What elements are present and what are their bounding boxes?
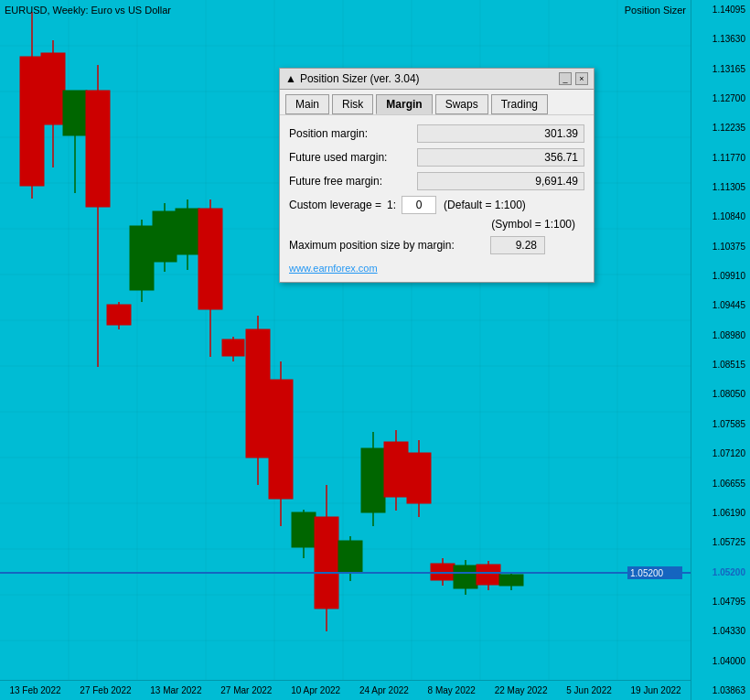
future-free-margin-value: 9,691.49 xyxy=(417,172,584,190)
position-sizer-dialog: ▲ Position Sizer (ver. 3.04) _ × Main Ri… xyxy=(279,68,595,283)
position-margin-label: Position margin: xyxy=(289,127,417,140)
price-label-5: 1.12235 xyxy=(693,123,748,133)
custom-leverage-label: Custom leverage = xyxy=(289,199,381,211)
future-used-margin-row: Future used margin: 356.71 xyxy=(289,148,584,167)
price-label-21: 1.04795 xyxy=(693,597,748,607)
price-label-9: 1.10375 xyxy=(693,242,748,252)
chart-title: EURUSD, Weekly: Euro vs US Dollar xyxy=(5,5,171,16)
minimize-button[interactable]: _ xyxy=(559,72,572,85)
svg-rect-32 xyxy=(107,305,131,325)
svg-rect-26 xyxy=(41,53,65,124)
svg-rect-50 xyxy=(315,517,338,608)
date-label-5: 10 Apr 2022 xyxy=(291,685,340,695)
dialog-controls: _ × xyxy=(559,72,588,85)
svg-rect-62 xyxy=(454,565,477,588)
svg-rect-48 xyxy=(292,512,316,547)
date-label-3: 13 Mar 2022 xyxy=(150,685,201,695)
custom-leverage-input[interactable] xyxy=(402,196,436,214)
price-label-15: 1.07585 xyxy=(693,419,748,429)
symbol-note-row: (Symbol = 1:100) xyxy=(289,218,584,231)
price-label-4: 1.12700 xyxy=(693,93,748,103)
price-label-12: 1.08980 xyxy=(693,330,748,340)
price-label-13: 1.08515 xyxy=(693,360,748,370)
svg-rect-56 xyxy=(384,442,408,497)
date-label-1: 13 Feb 2022 xyxy=(9,685,60,695)
price-label-1: 1.14095 xyxy=(693,5,748,15)
svg-rect-46 xyxy=(269,380,293,499)
svg-rect-34 xyxy=(130,226,154,290)
svg-rect-42 xyxy=(222,339,244,356)
price-label-22: 1.04330 xyxy=(693,626,748,636)
dialog-title: ▲ Position Sizer (ver. 3.04) xyxy=(285,72,420,85)
date-label-9: 5 Jun 2022 xyxy=(566,685,612,695)
svg-rect-24 xyxy=(20,57,44,186)
svg-rect-40 xyxy=(198,209,222,309)
close-button[interactable]: × xyxy=(575,72,588,85)
price-label-3: 1.13165 xyxy=(693,64,748,74)
triangle-icon: ▲ xyxy=(285,72,296,85)
date-label-6: 24 Apr 2022 xyxy=(359,685,409,695)
price-label-20: 1.05200 xyxy=(693,567,748,577)
max-position-row: Maximum position size by margin: 9.28 xyxy=(289,236,584,254)
tab-margin[interactable]: Margin xyxy=(376,94,432,114)
tab-trading[interactable]: Trading xyxy=(491,94,548,114)
leverage-symbol-note: (Symbol = 1:100) xyxy=(491,218,575,231)
price-label-6: 1.11770 xyxy=(693,153,748,163)
svg-rect-28 xyxy=(63,91,87,135)
price-label-14: 1.08050 xyxy=(693,389,748,399)
price-label-24: 1.03863 xyxy=(693,685,748,695)
price-label-8: 1.10840 xyxy=(693,211,748,221)
earnforex-link[interactable]: www.earnforex.com xyxy=(289,263,378,274)
max-position-label: Maximum position size by margin: xyxy=(289,239,490,252)
date-axis: 13 Feb 2022 27 Feb 2022 13 Mar 2022 27 M… xyxy=(0,680,691,700)
ps-corner-label: Position Sizer xyxy=(625,5,686,16)
svg-rect-44 xyxy=(246,329,270,458)
date-label-4: 27 Mar 2022 xyxy=(220,685,272,695)
date-label-10: 19 Jun 2022 xyxy=(631,685,681,695)
chart-area: 1.05200 EURUSD, Weekly: Euro vs US Dolla… xyxy=(0,0,750,700)
svg-rect-64 xyxy=(477,565,500,585)
price-label-18: 1.06190 xyxy=(693,508,748,518)
svg-text:1.05200: 1.05200 xyxy=(630,568,664,578)
tab-bar: Main Risk Margin Swaps Trading xyxy=(280,90,594,115)
price-label-17: 1.06655 xyxy=(693,479,748,489)
dialog-title-text: Position Sizer (ver. 3.04) xyxy=(300,72,420,85)
price-label-23: 1.04000 xyxy=(693,656,748,666)
dialog-titlebar: ▲ Position Sizer (ver. 3.04) _ × xyxy=(280,69,594,90)
date-label-8: 22 May 2022 xyxy=(495,685,548,695)
svg-rect-30 xyxy=(86,91,110,207)
leverage-default-note: (Default = 1:100) xyxy=(444,199,526,211)
price-label-11: 1.09445 xyxy=(693,300,748,310)
price-axis: 1.14095 1.13630 1.13165 1.12700 1.12235 … xyxy=(691,0,750,700)
price-label-19: 1.05725 xyxy=(693,537,748,547)
svg-rect-58 xyxy=(407,453,431,503)
earnforex-link-container: www.earnforex.com xyxy=(289,262,584,275)
svg-rect-38 xyxy=(176,209,199,254)
date-label-2: 27 Feb 2022 xyxy=(80,685,131,695)
position-margin-row: Position margin: 301.39 xyxy=(289,124,584,143)
svg-rect-54 xyxy=(361,448,385,512)
price-label-2: 1.13630 xyxy=(693,34,748,44)
tab-risk[interactable]: Risk xyxy=(332,94,373,114)
future-used-margin-label: Future used margin: xyxy=(289,151,417,164)
tab-main[interactable]: Main xyxy=(285,94,329,114)
future-free-margin-label: Future free margin: xyxy=(289,175,417,188)
position-margin-value: 301.39 xyxy=(417,124,584,143)
price-label-7: 1.11305 xyxy=(693,182,748,192)
future-used-margin-value: 356.71 xyxy=(417,148,584,167)
svg-rect-36 xyxy=(153,211,177,262)
svg-rect-66 xyxy=(499,575,523,586)
price-label-16: 1.07120 xyxy=(693,448,748,458)
max-position-value: 9.28 xyxy=(490,236,545,254)
date-label-7: 8 May 2022 xyxy=(428,685,476,695)
dialog-content: Position margin: 301.39 Future used marg… xyxy=(280,115,594,282)
future-free-margin-row: Future free margin: 9,691.49 xyxy=(289,172,584,190)
custom-leverage-row: Custom leverage = 1: (Default = 1:100) xyxy=(289,196,584,214)
price-label-10: 1.09910 xyxy=(693,271,748,281)
tab-swaps[interactable]: Swaps xyxy=(435,94,488,114)
leverage-separator: 1: xyxy=(387,199,396,211)
svg-rect-52 xyxy=(338,541,362,573)
